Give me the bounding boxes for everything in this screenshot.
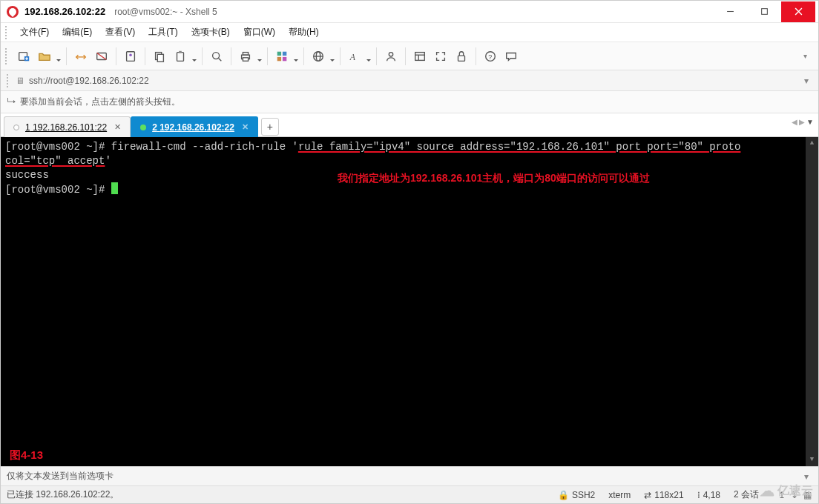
terminal-cursor	[111, 182, 118, 194]
encoding-icon[interactable]	[309, 47, 335, 66]
watermark-text: 亿速云	[777, 483, 813, 499]
title-app: root@vms002:~ - Xshell 5	[114, 7, 217, 17]
address-dropdown-icon[interactable]: ▾	[800, 76, 812, 86]
tab-add-button[interactable]: +	[261, 118, 279, 136]
terminal-text: [root@vms002 ~]# firewall-cmd --add-rich…	[5, 141, 298, 153]
add-session-arrow-icon[interactable]: ⮡	[7, 97, 16, 107]
terminal-scrollbar[interactable]: ▲ ▼	[806, 137, 818, 466]
tab-session-2[interactable]: 2 192.168.26.102:22 ✕	[131, 116, 258, 137]
scroll-down-icon[interactable]: ▼	[806, 454, 818, 466]
status-sessions: 2 会话	[734, 488, 759, 501]
svg-line-18	[219, 58, 222, 61]
terminal-text-highlight: rule family="ipv4" source address="192.1…	[298, 141, 741, 153]
app-window: 192.168.26.102:22 root@vms002:~ - Xshell…	[0, 0, 819, 504]
svg-rect-31	[415, 52, 425, 60]
address-bar: 🖥 ssh://root@192.168.26.102:22 ▾	[1, 70, 818, 91]
tab-num: 2	[152, 122, 157, 133]
tab-nav: ◀ ▶ ▼	[792, 118, 814, 126]
lock-icon[interactable]	[452, 47, 471, 66]
title-ip: 192.168.26.102:22	[24, 6, 105, 17]
help-icon[interactable]: ?	[481, 47, 500, 66]
toolbar-separator	[231, 47, 231, 65]
terminal[interactable]: [root@vms002 ~]# firewall-cmd --add-rich…	[1, 137, 818, 466]
properties-icon[interactable]	[121, 47, 140, 66]
color-scheme-icon[interactable]	[272, 47, 299, 66]
scroll-up-icon[interactable]: ▲	[806, 137, 818, 150]
tab-nav-list-icon[interactable]: ▼	[806, 118, 814, 126]
status-pos: 4,18	[703, 490, 720, 500]
toolbar-overflow-icon[interactable]: ▾	[803, 52, 814, 60]
watermark: ☁ 亿速云	[760, 482, 813, 500]
terminal-annotation: 我们指定地址为192.168.26.101主机，端口为80端口的访问可以通过	[338, 171, 650, 185]
menu-edit[interactable]: 编辑(E)	[56, 24, 98, 41]
reconnect-icon[interactable]	[71, 47, 91, 66]
status-term: xterm	[608, 490, 631, 500]
svg-rect-34	[458, 56, 465, 61]
tab-session-1[interactable]: 1 192.168.26.101:22 ✕	[4, 116, 131, 137]
status-ssh: SSH2	[572, 490, 595, 500]
tab-nav-right-icon[interactable]: ▶	[799, 118, 805, 126]
tab-bar: 1 192.168.26.101:22 ✕ 2 192.168.26.102:2…	[1, 113, 818, 137]
menu-tools[interactable]: 工具(T)	[142, 24, 183, 41]
toolbar-separator	[267, 47, 268, 65]
menubar-handle[interactable]	[5, 26, 10, 39]
disconnect-icon[interactable]	[92, 47, 111, 66]
find-icon[interactable]	[207, 47, 226, 66]
send-bar-hint: 仅将文本发送到当前选项卡	[7, 470, 114, 483]
info-bar: ⮡ 要添加当前会话，点击左侧的箭头按钮。	[1, 91, 818, 113]
tab-label: 192.168.26.102:22	[159, 122, 234, 133]
svg-rect-22	[277, 51, 281, 55]
svg-text:?: ?	[488, 53, 492, 60]
tab-close-icon[interactable]: ✕	[114, 122, 121, 132]
layout-icon[interactable]	[410, 47, 430, 66]
svg-line-10	[97, 53, 107, 59]
copy-icon[interactable]	[150, 47, 169, 66]
toolbar: A ? ▾	[1, 42, 818, 70]
tab-nav-left-icon[interactable]: ◀	[792, 118, 797, 126]
tab-status-dot	[13, 125, 19, 130]
menu-tabs[interactable]: 选项卡(B)	[185, 24, 236, 41]
svg-rect-21	[243, 57, 248, 61]
maximize-button[interactable]	[747, 1, 781, 22]
menu-help[interactable]: 帮助(H)	[283, 24, 325, 41]
user-icon[interactable]	[381, 47, 401, 66]
print-icon[interactable]	[236, 47, 263, 66]
terminal-text: '	[105, 155, 111, 167]
globe-icon: 🖥	[16, 76, 24, 86]
cloud-icon: ☁	[760, 482, 774, 500]
paste-icon[interactable]	[171, 47, 197, 66]
status-size: 118x21	[654, 490, 683, 500]
close-button[interactable]	[781, 1, 815, 22]
menubar: 文件(F) 编辑(E) 查看(V) 工具(T) 选项卡(B) 窗口(W) 帮助(…	[1, 23, 818, 42]
svg-point-17	[213, 52, 220, 59]
toolbar-handle[interactable]	[5, 48, 10, 64]
svg-rect-16	[179, 50, 182, 53]
info-bar-text: 要添加当前会话，点击左侧的箭头按钮。	[20, 96, 180, 108]
svg-rect-20	[243, 52, 248, 55]
send-bar-dropdown-icon[interactable]: ▾	[800, 471, 812, 482]
status-connected: 已连接 192.168.26.102:22。	[7, 488, 119, 501]
font-icon[interactable]: A	[345, 47, 372, 66]
menu-window[interactable]: 窗口(W)	[237, 24, 281, 41]
menu-view[interactable]: 查看(V)	[99, 24, 141, 41]
svg-rect-24	[277, 56, 281, 60]
toolbar-separator	[66, 47, 67, 65]
svg-point-30	[389, 52, 392, 56]
open-session-icon[interactable]	[35, 47, 62, 66]
toolbar-separator	[340, 47, 341, 65]
tab-status-dot	[140, 125, 146, 130]
tab-label: 192.168.26.101:22	[33, 122, 107, 133]
tab-close-icon[interactable]: ✕	[242, 122, 249, 132]
app-icon	[7, 6, 19, 18]
new-session-icon[interactable]	[14, 47, 33, 66]
toolbar-separator	[202, 47, 203, 65]
send-bar[interactable]: 仅将文本发送到当前选项卡 ▾	[1, 466, 818, 485]
minimize-button[interactable]	[713, 1, 747, 22]
addressbar-handle[interactable]	[7, 74, 11, 87]
toolbar-separator	[405, 47, 406, 65]
address-url[interactable]: ssh://root@192.168.26.102:22	[29, 76, 149, 86]
menu-file[interactable]: 文件(F)	[14, 24, 55, 41]
fullscreen-icon[interactable]	[431, 47, 450, 66]
chat-icon[interactable]	[501, 47, 521, 66]
toolbar-separator	[303, 47, 304, 65]
